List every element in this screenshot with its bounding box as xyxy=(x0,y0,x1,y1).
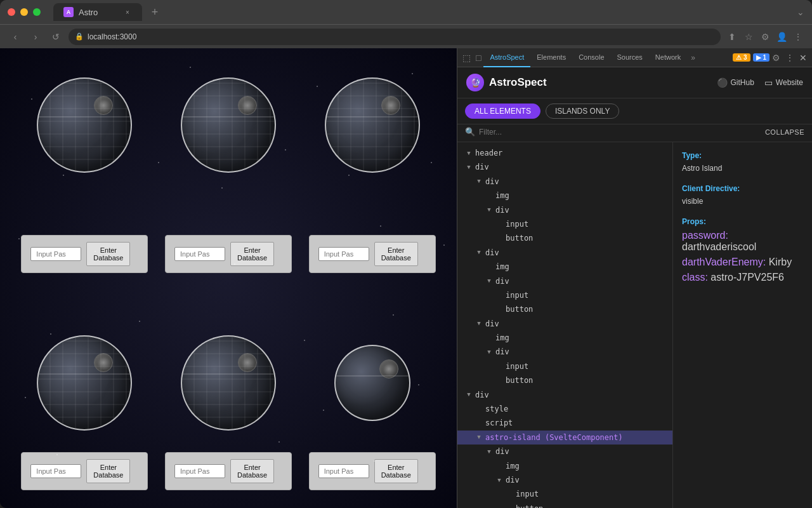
tree-item-button-3[interactable]: ▼ button xyxy=(457,373,672,387)
info-badge: ▶ 1 xyxy=(753,53,769,62)
props-label: Props: xyxy=(682,217,803,226)
type-label: Type: xyxy=(682,151,803,160)
profile-icon[interactable]: 👤 xyxy=(775,30,788,43)
url-display: localhost:3000 xyxy=(88,32,136,41)
tree-item-div-7[interactable]: ▼ div xyxy=(457,388,672,402)
new-tab-button[interactable]: + xyxy=(147,4,162,20)
password-input-2[interactable] xyxy=(174,247,225,261)
type-section: Type: Astro Island xyxy=(682,151,803,173)
tree-item-div-3[interactable]: ▼ div xyxy=(457,203,672,217)
tree-item-img-4[interactable]: ▼ img xyxy=(457,459,672,473)
titlebar: A Astro × + ⌄ xyxy=(0,0,812,24)
enter-button-4[interactable]: EnterDatabase xyxy=(86,459,130,483)
vertical-dots-icon[interactable]: ⋮ xyxy=(783,53,797,63)
tree-item-img-3[interactable]: ▼ img xyxy=(457,331,672,345)
tree-item-button-1[interactable]: ▼ button xyxy=(457,231,672,245)
input-card-3: EnterDatabase xyxy=(309,235,436,273)
tree-item-input-2[interactable]: ▼ input xyxy=(457,288,672,302)
type-value: Astro Island xyxy=(682,164,803,173)
tab-astrospect[interactable]: AstroSpect xyxy=(483,48,530,67)
password-input-3[interactable] xyxy=(318,247,369,261)
enter-button-1[interactable]: EnterDatabase xyxy=(86,242,130,266)
enter-button-3[interactable]: EnterDatabase xyxy=(374,242,418,266)
chevron-icon: ▼ xyxy=(485,349,493,356)
grid-cell-12: EnterDatabase xyxy=(300,447,444,495)
window-chevron-icon: ⌄ xyxy=(797,7,804,17)
password-input-1[interactable] xyxy=(30,247,81,261)
tree-item-div-4[interactable]: ▼ div xyxy=(457,246,672,260)
chevron-icon: ▼ xyxy=(475,320,483,328)
tree-item-img-1[interactable]: ▼ img xyxy=(457,189,672,203)
astrospect-links: ⚫ GitHub ▭ Website xyxy=(717,77,804,88)
tree-item-style[interactable]: ▼ style xyxy=(457,402,672,416)
devtools-inspect-icon[interactable]: ⬚ xyxy=(460,53,473,63)
filter-bar: ALL ELEMENTS ISLANDS ONLY xyxy=(457,98,812,124)
maximize-button[interactable] xyxy=(33,8,41,16)
close-button[interactable] xyxy=(8,8,15,16)
tab-network[interactable]: Network xyxy=(649,48,687,67)
tree-item-button-4[interactable]: ▼ button xyxy=(457,502,672,508)
filter-input[interactable] xyxy=(479,128,761,137)
tree-item-div-6[interactable]: ▼ div xyxy=(457,317,672,331)
islands-only-button[interactable]: ISLANDS ONLY xyxy=(546,104,619,119)
address-bar[interactable]: 🔒 localhost:3000 xyxy=(69,29,721,45)
password-input-4[interactable] xyxy=(30,464,81,478)
tab-label: Astro xyxy=(79,8,98,17)
more-tabs-button[interactable]: » xyxy=(687,53,699,62)
tree-item-div-8[interactable]: ▼ div xyxy=(457,444,672,458)
minimize-button[interactable] xyxy=(20,8,28,16)
prop-enemy: darthVaderEnemy: Kirby xyxy=(682,257,803,268)
github-link[interactable]: ⚫ GitHub xyxy=(717,77,754,88)
tree-item-div-1[interactable]: ▼ div xyxy=(457,160,672,174)
tree-item-input-1[interactable]: ▼ input xyxy=(457,217,672,231)
chevron-icon: ▼ xyxy=(475,249,483,257)
devtools-tab-bar: ⬚ □ AstroSpect Elements Console Sources … xyxy=(457,48,812,67)
extensions-icon[interactable]: ⚙ xyxy=(759,30,771,43)
password-input-5[interactable] xyxy=(174,464,225,478)
settings-icon[interactable]: ⚙ xyxy=(769,53,783,63)
tree-item-input-3[interactable]: ▼ input xyxy=(457,359,672,373)
tree-item-header[interactable]: ▼ header xyxy=(457,146,672,160)
bookmark-icon[interactable]: ☆ xyxy=(742,30,755,43)
devtools-device-icon[interactable]: □ xyxy=(473,53,483,63)
tree-item-input-4[interactable]: ▼ input xyxy=(457,487,672,501)
share-icon[interactable]: ⬆ xyxy=(726,30,738,43)
tree-item-div-2[interactable]: ▼ div xyxy=(457,175,672,189)
tree-item-button-2[interactable]: ▼ button xyxy=(457,302,672,316)
page-background: EnterDatabase EnterDatabase EnterDatabas… xyxy=(0,48,457,508)
prop-key-password: password: xyxy=(682,230,728,241)
chevron-icon: ▼ xyxy=(475,178,483,185)
chevron-icon: ▼ xyxy=(475,434,483,441)
grid-cell-9 xyxy=(300,318,444,447)
all-elements-button[interactable]: ALL ELEMENTS xyxy=(465,104,540,119)
tab-elements[interactable]: Elements xyxy=(530,48,572,67)
devtools-close-button[interactable]: ✕ xyxy=(797,53,809,63)
tab-bar: A Astro × + xyxy=(53,3,792,21)
forward-button[interactable]: › xyxy=(28,29,43,44)
tab-console[interactable]: Console xyxy=(572,48,610,67)
tab-sources[interactable]: Sources xyxy=(611,48,649,67)
tab-astro[interactable]: A Astro × xyxy=(53,3,142,21)
tab-close-button[interactable]: × xyxy=(123,8,132,17)
menu-icon[interactable]: ⋮ xyxy=(792,30,804,43)
back-button[interactable]: ‹ xyxy=(8,29,23,44)
tree-item-div-9[interactable]: ▼ div xyxy=(457,473,672,487)
death-star-5 xyxy=(181,335,276,431)
astrospect-logo: 🔮 AstroSpect xyxy=(466,74,547,91)
enter-button-6[interactable]: EnterDatabase xyxy=(374,459,418,483)
tree-item-div-5[interactable]: ▼ div xyxy=(457,274,672,288)
tree-item-img-2[interactable]: ▼ img xyxy=(457,260,672,274)
enter-button-5[interactable]: EnterDatabase xyxy=(230,459,274,483)
website-link[interactable]: ▭ Website xyxy=(764,77,803,88)
grid-cell-5: EnterDatabase xyxy=(157,190,301,319)
tree-item-script-1[interactable]: ▼ script xyxy=(457,416,672,430)
reload-button[interactable]: ↺ xyxy=(48,29,63,44)
enter-button-2[interactable]: EnterDatabase xyxy=(230,242,274,266)
collapse-button[interactable]: COLLAPSE xyxy=(765,128,804,136)
password-input-6[interactable] xyxy=(318,464,369,478)
toolbar-actions: ⬆ ☆ ⚙ 👤 ⋮ xyxy=(726,30,804,43)
client-directive-label: Client Directive: xyxy=(682,184,803,193)
tree-item-div-7[interactable]: ▼ div xyxy=(457,345,672,359)
tree-item-astro-island-svelte[interactable]: ▼ astro-island (SvelteComponent) xyxy=(457,431,672,444)
astrospect-icon: 🔮 xyxy=(466,74,484,91)
